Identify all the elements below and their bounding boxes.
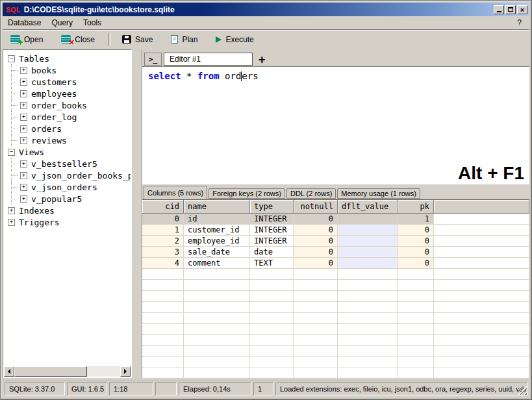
expand-icon[interactable]: + bbox=[20, 90, 27, 97]
tree-item-employees[interactable]: +employees bbox=[4, 88, 131, 99]
column-header-type[interactable]: type bbox=[250, 200, 294, 214]
cell-notnull[interactable]: 0 bbox=[294, 225, 338, 236]
column-header-notnull[interactable]: notnull bbox=[294, 200, 338, 214]
cell-dflt_value[interactable] bbox=[338, 214, 398, 225]
scrollbar-thumb[interactable] bbox=[14, 366, 87, 377]
tree-item-orders[interactable]: +orders bbox=[4, 123, 131, 134]
expand-icon[interactable]: + bbox=[20, 184, 27, 191]
toolbar-execute-button[interactable]: Execute bbox=[216, 35, 253, 44]
expand-icon[interactable]: + bbox=[20, 125, 27, 132]
resize-grip-icon[interactable] bbox=[518, 386, 527, 395]
cell-cid[interactable]: 2 bbox=[142, 236, 184, 247]
cell-cid[interactable]: 1 bbox=[142, 225, 184, 236]
cell-name[interactable]: id bbox=[184, 214, 250, 225]
cell-name[interactable]: customer_id bbox=[184, 225, 250, 236]
results-tab-memory[interactable]: Memory usage (1 rows) bbox=[337, 188, 420, 199]
toolbar-close-button[interactable]: Close bbox=[61, 35, 95, 44]
menu-tools[interactable]: Tools bbox=[83, 18, 101, 27]
cell-name[interactable]: comment bbox=[184, 258, 250, 269]
expand-icon[interactable]: + bbox=[20, 102, 27, 109]
cell-type[interactable]: INTEGER bbox=[250, 214, 294, 225]
toolbar-plan-button[interactable]: Plan bbox=[171, 35, 197, 44]
tree-item-customers[interactable]: +customers bbox=[4, 76, 131, 88]
sql-editor[interactable]: select * from orders Alt + F1 bbox=[142, 66, 529, 184]
toolbar-open-button[interactable]: Open bbox=[10, 35, 43, 44]
expand-icon[interactable]: + bbox=[20, 79, 27, 86]
cell-dflt_value[interactable] bbox=[338, 225, 398, 236]
cell-dflt_value[interactable] bbox=[338, 247, 398, 258]
column-header-cid[interactable]: cid bbox=[142, 200, 184, 214]
table-row[interactable]: 1customer_idINTEGER00 bbox=[142, 225, 529, 236]
collapse-icon[interactable]: − bbox=[8, 149, 15, 156]
cell-pk[interactable]: 0 bbox=[398, 225, 434, 236]
toolbar-save-button[interactable]: Save bbox=[122, 35, 153, 44]
expand-icon[interactable]: + bbox=[20, 114, 27, 121]
cell-dflt_value[interactable] bbox=[338, 258, 398, 269]
tree-horizontal-scrollbar[interactable] bbox=[4, 366, 131, 377]
column-header-dflt_value[interactable]: dflt_value bbox=[338, 200, 398, 214]
expand-icon[interactable]: + bbox=[20, 160, 27, 168]
tree-item-reviews[interactable]: +reviews bbox=[4, 134, 131, 146]
cell-pk[interactable]: 0 bbox=[398, 258, 434, 269]
tree-item-books[interactable]: +books bbox=[4, 64, 131, 76]
table-row[interactable]: 0idINTEGER01 bbox=[142, 214, 529, 225]
cell-notnull[interactable]: 0 bbox=[294, 236, 338, 247]
cell-name[interactable]: sale_date bbox=[184, 247, 250, 258]
tree-item-order_log[interactable]: +order_log bbox=[4, 111, 131, 123]
cell-type[interactable]: INTEGER bbox=[250, 236, 294, 247]
cell-notnull[interactable]: 0 bbox=[294, 247, 338, 258]
tree-item-Triggers[interactable]: +Triggers bbox=[4, 216, 131, 228]
cell-type[interactable]: date bbox=[250, 247, 294, 258]
cell-type[interactable]: TEXT bbox=[250, 258, 294, 269]
cell-pk[interactable]: 0 bbox=[398, 236, 434, 247]
maximize-button[interactable] bbox=[505, 5, 516, 14]
cell-name[interactable]: employee_id bbox=[184, 236, 250, 247]
table-row[interactable]: 3sale_datedate00 bbox=[142, 247, 529, 258]
results-tab-ddl[interactable]: DDL (2 rows) bbox=[286, 188, 336, 199]
cell-cid[interactable]: 4 bbox=[142, 258, 184, 269]
sql-text[interactable]: select * from orders bbox=[142, 67, 529, 81]
results-tab-columns[interactable]: Columns (5 rows) bbox=[144, 186, 207, 199]
expand-icon[interactable]: + bbox=[20, 172, 27, 179]
editor-tab-1[interactable]: Editor #1 bbox=[164, 53, 253, 66]
cell-pk[interactable]: 0 bbox=[398, 247, 434, 258]
table-row[interactable]: 2employee_idINTEGER00 bbox=[142, 236, 529, 247]
tree-item-order_books[interactable]: +order_books bbox=[4, 99, 131, 111]
cell-notnull[interactable]: 0 bbox=[294, 258, 338, 269]
close-button[interactable]: × bbox=[517, 5, 527, 14]
results-tab-foreign[interactable]: Foreign keys (2 rows) bbox=[209, 188, 285, 199]
tree-item-Views[interactable]: −Views bbox=[4, 146, 131, 158]
cell-cid[interactable]: 3 bbox=[142, 247, 184, 258]
empty-cell bbox=[338, 324, 398, 335]
table-row[interactable]: 4commentTEXT00 bbox=[142, 258, 529, 269]
scroll-left-button[interactable] bbox=[4, 366, 14, 377]
titlebar[interactable]: SQL D:\CODES\sqlite-gui\etc\bookstore.sq… bbox=[3, 3, 529, 16]
scroll-right-button[interactable] bbox=[120, 366, 131, 377]
tree-item-v_json_order_books_p[interactable]: +v_json_order_books_p bbox=[4, 169, 131, 181]
column-header-pk[interactable]: pk bbox=[398, 200, 434, 214]
help-menu[interactable]: ? bbox=[517, 18, 524, 27]
minimize-button[interactable] bbox=[494, 5, 504, 14]
expand-icon[interactable]: + bbox=[20, 67, 27, 74]
expand-icon[interactable]: + bbox=[8, 219, 15, 226]
column-header-name[interactable]: name bbox=[184, 200, 250, 214]
tree-item-v_json_orders[interactable]: +v_json_orders bbox=[4, 181, 131, 193]
expand-icon[interactable]: + bbox=[20, 195, 27, 203]
menu-query[interactable]: Query bbox=[51, 18, 73, 27]
cell-pk[interactable]: 1 bbox=[398, 214, 434, 225]
collapse-icon[interactable]: − bbox=[8, 55, 15, 62]
console-tab[interactable]: >_ bbox=[144, 53, 162, 66]
tree-item-Indexes[interactable]: +Indexes bbox=[4, 205, 131, 216]
expand-icon[interactable]: + bbox=[20, 137, 27, 144]
tree-item-v_popular5[interactable]: +v_popular5 bbox=[4, 193, 131, 205]
cell-dflt_value[interactable] bbox=[338, 236, 398, 247]
cell-cid[interactable]: 0 bbox=[142, 214, 184, 225]
expand-icon[interactable]: + bbox=[8, 207, 15, 214]
new-tab-button[interactable]: + bbox=[259, 55, 266, 65]
cell-notnull[interactable]: 0 bbox=[294, 214, 338, 225]
cell-type[interactable]: INTEGER bbox=[250, 225, 294, 236]
menu-database[interactable]: Database bbox=[8, 18, 41, 27]
tree-item-v_bestseller5[interactable]: +v_bestseller5 bbox=[4, 158, 131, 169]
tree-item-Tables[interactable]: −Tables bbox=[4, 53, 131, 64]
panel-splitter[interactable] bbox=[132, 49, 142, 378]
